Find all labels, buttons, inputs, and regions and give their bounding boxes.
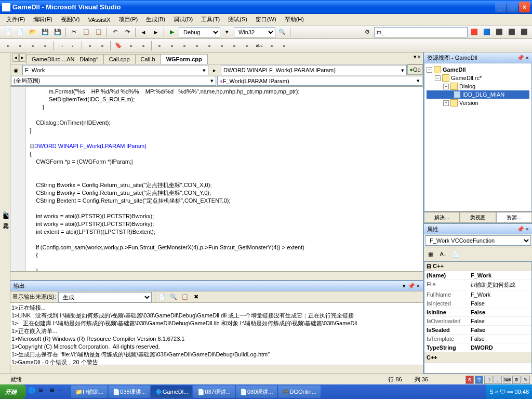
t2-indent[interactable]: → (56, 40, 67, 51)
ime-cn-icon[interactable]: 中 (475, 376, 483, 384)
props-object-combo[interactable]: F_Work VCCodeFunction (425, 235, 531, 246)
task-5[interactable]: 🎮DGOnlin... (278, 385, 320, 398)
menu-build[interactable]: 生成(B) (142, 15, 169, 24)
left-dock[interactable]: 服务器资源管理器 🔧 工具箱 (0, 52, 10, 374)
out-clear-icon[interactable]: ✖ (191, 291, 202, 303)
platform-combo[interactable]: Win32 (234, 27, 275, 37)
task-0[interactable]: 📁I:\辅助... (71, 385, 108, 398)
va-icon3[interactable]: ⬛ (494, 26, 505, 38)
editor-hscroll[interactable] (10, 271, 423, 280)
tree-toggle[interactable]: − (435, 75, 441, 81)
menu-debug[interactable]: 调试(D) (169, 15, 197, 24)
platform-icon[interactable]: ▾ (221, 26, 233, 38)
tray-arrow-icon[interactable]: « (495, 389, 498, 395)
ql-desktop-icon[interactable]: 🖥 (49, 387, 58, 396)
tree-version[interactable]: Version (459, 100, 478, 106)
menu-edit[interactable]: 编辑(E) (29, 15, 57, 24)
tree-dlg[interactable]: IDD_DLG_MIAN (462, 91, 504, 98)
output-source-combo[interactable]: 生成 (58, 292, 152, 302)
nav-back-icon[interactable]: ◄ (138, 26, 149, 38)
t2-2[interactable]: ▫ (15, 40, 26, 51)
undo-icon[interactable]: ↶ (109, 26, 121, 38)
t2-c[interactable]: ▫ (179, 40, 190, 51)
tree-rc[interactable]: GameDll.rc* (451, 75, 482, 81)
redo-icon[interactable]: ↷ (122, 26, 133, 38)
output-text[interactable]: 1>正在链接... 1>LINK : 没有找到 I:\辅助是如何炼成的\视频\基… (10, 303, 423, 365)
go-button[interactable]: ●Go (407, 64, 423, 75)
tree-toggle[interactable]: − (427, 67, 432, 73)
open-icon[interactable]: 📂 (27, 26, 38, 38)
prop-row[interactable]: (Name)F_Work (424, 271, 531, 280)
start-debug-icon[interactable]: ▶ (166, 26, 178, 38)
t2-i[interactable]: ▫ (266, 40, 277, 51)
tab-dropdown-icon[interactable]: ▾ (414, 54, 417, 60)
resource-tree[interactable]: −GameDll −GameDll.rc* −Dialog IDD_DLG_MI… (424, 63, 532, 211)
menu-vassistx[interactable]: VAssistX (84, 16, 114, 24)
resview-close-icon[interactable]: × (526, 55, 529, 61)
rtab-resview[interactable]: 资源... (496, 212, 532, 223)
tree-toggle[interactable]: + (443, 100, 449, 106)
nav-arrow-icon[interactable]: ▸ (209, 64, 220, 76)
t2-g[interactable]: ▫ (229, 40, 240, 51)
new-file-icon[interactable]: 📄 (15, 26, 26, 38)
tray-shield-icon[interactable]: 🛡 (500, 389, 506, 395)
props-cat-icon[interactable]: ▦ (425, 248, 436, 260)
output-hscroll[interactable] (10, 365, 423, 374)
ime-s-icon[interactable]: S (466, 376, 474, 384)
ime-moon-icon[interactable]: ☽ (484, 376, 493, 384)
ime-gear-icon[interactable]: ⚙ (512, 376, 521, 384)
t2-j[interactable]: ▫ (278, 40, 290, 51)
t2-bmprev[interactable]: ▫ (138, 40, 149, 51)
rtab-solution[interactable]: 解决... (424, 212, 460, 223)
tray-clock[interactable]: 00:48 (514, 389, 529, 395)
t2-b[interactable]: ▫ (166, 40, 178, 51)
menu-window[interactable]: 窗口(W) (251, 15, 281, 24)
cat-toggle[interactable]: ⊟ (427, 263, 431, 269)
rtab-classview[interactable]: 类视图 (460, 212, 496, 223)
va-icon2[interactable]: 🟦 (481, 26, 493, 38)
t2-f[interactable]: ▫ (216, 40, 228, 51)
prop-row[interactable]: IsInjectedFalse (424, 299, 531, 308)
t2-bmnext[interactable]: ▫ (125, 40, 137, 51)
property-grid[interactable]: ⊟ C++ (Name)F_WorkFilei:\辅助是如何炼成FullName… (424, 261, 532, 374)
va-icon4[interactable]: ⬛ (506, 26, 517, 38)
props-close-icon[interactable]: × (526, 226, 529, 232)
find-icon[interactable]: 🔍 (276, 26, 288, 38)
tab-3[interactable]: WGForm.cpp (161, 54, 208, 64)
tab-1[interactable]: Call.cpp (103, 54, 136, 64)
task-3[interactable]: 📄037课讲... (193, 385, 235, 398)
resview-pin-icon[interactable]: 📌 (517, 55, 524, 61)
t2-uncomment[interactable]: ▫ (97, 40, 108, 51)
va-icon1[interactable]: 🟥 (469, 26, 480, 38)
nav-icon[interactable]: ◉ (10, 64, 22, 76)
save-icon[interactable]: 💾 (39, 26, 51, 38)
t2-1[interactable]: ▫ (2, 40, 14, 51)
t2-e[interactable]: ▫ (204, 40, 215, 51)
code-editor[interactable]: m.Format("%s HP:%d/%d %d%% MP:%d/%d %d%%… (10, 87, 423, 271)
find-combo[interactable] (374, 27, 468, 37)
tree-toggle[interactable]: − (443, 84, 449, 89)
method-combo[interactable]: ♦F_Work(LPARAM lParam)▾ (217, 76, 422, 86)
menu-project[interactable]: 项目(P) (115, 15, 142, 24)
minimize-button[interactable]: _ (495, 2, 506, 12)
maximize-button[interactable]: □ (507, 2, 518, 12)
menu-test[interactable]: 测试(S) (224, 15, 251, 24)
t2-4[interactable]: ▫ (39, 40, 51, 51)
prop-row[interactable]: IsTemplateFalse (424, 335, 531, 343)
prop-row[interactable]: TypeStringDWORD (424, 343, 531, 352)
t2-3[interactable]: ▫ (27, 40, 38, 51)
ime-kb-icon[interactable]: ⌨ (503, 376, 511, 384)
tab-close-icon[interactable]: × (418, 54, 421, 60)
out-btn1[interactable]: 📄 (156, 291, 168, 303)
prop-row[interactable]: FullNameF_Work (424, 290, 531, 299)
task-4[interactable]: 📄030课讲... (236, 385, 277, 398)
nav-fwd-icon[interactable]: ► (150, 26, 162, 38)
ime-punct-icon[interactable]: , (494, 376, 502, 384)
config-combo[interactable]: Debug (179, 27, 220, 37)
paste-icon[interactable]: 📋 (93, 26, 104, 38)
tree-root[interactable]: GameDll (443, 66, 466, 73)
t2-bookmark[interactable]: 🔖 (113, 40, 124, 51)
menu-file[interactable]: 文件(F) (2, 15, 29, 24)
tree-dialog[interactable]: Dialog (459, 83, 475, 89)
output-close-icon[interactable]: × (417, 283, 420, 289)
